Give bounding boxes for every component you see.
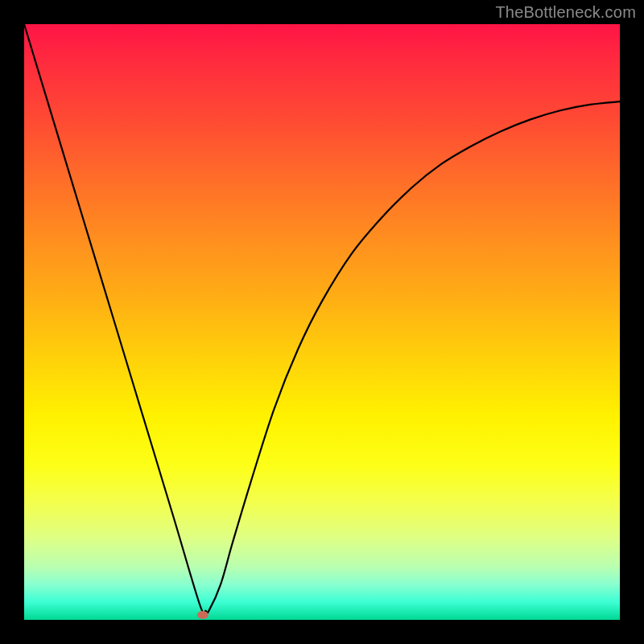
bottleneck-curve [24, 24, 620, 620]
chart-frame: TheBottleneck.com [0, 0, 644, 644]
watermark-label: TheBottleneck.com [495, 3, 636, 22]
optimum-marker [197, 611, 208, 619]
plot-area [24, 24, 620, 620]
